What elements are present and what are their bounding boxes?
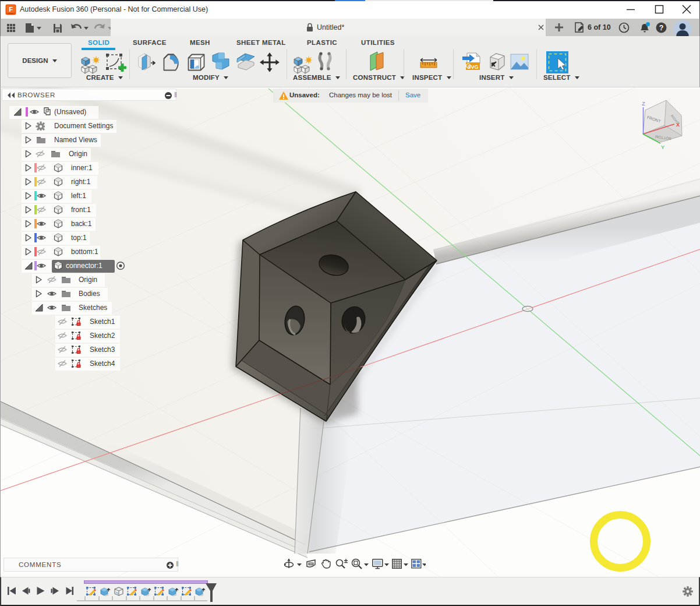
svg-text:F: F — [9, 6, 13, 13]
svg-text:?: ? — [659, 24, 664, 32]
svg-text:X: X — [676, 122, 680, 128]
svg-text:Y: Y — [661, 145, 664, 150]
svg-text:Z: Z — [642, 101, 645, 107]
svg-text:SVG: SVG — [467, 64, 478, 70]
